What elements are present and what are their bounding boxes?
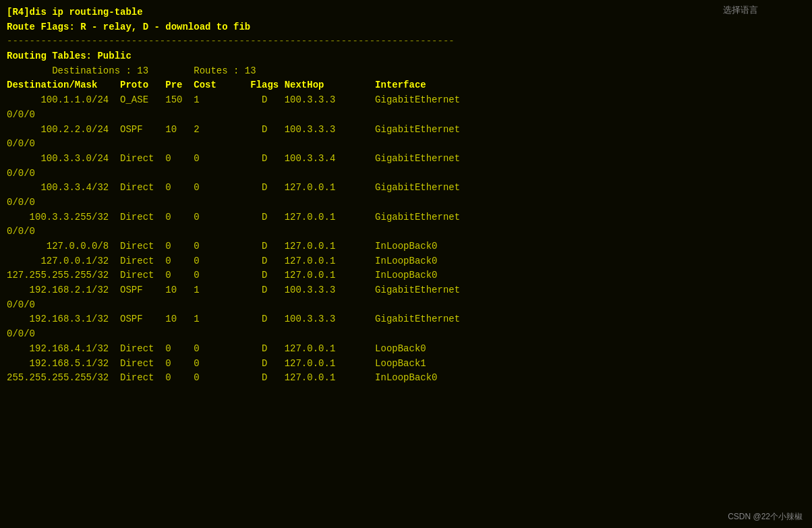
terminal-line: Routing Tables: Public <box>7 49 805 64</box>
watermark-text: CSDN @22个小辣椒 <box>728 511 803 523</box>
terminal-line: 0/0/0 <box>7 298 805 313</box>
terminal-line: 127.0.0.1/32 Direct 0 0 D 127.0.0.1 InLo… <box>7 254 805 269</box>
terminal-line: 0/0/0 <box>7 196 805 210</box>
terminal-line: 0/0/0 <box>7 327 805 342</box>
terminal-line: 100.2.2.0/24 OSPF 10 2 D 100.3.3.3 Gigab… <box>7 123 805 138</box>
terminal-line: 192.168.3.1/32 OSPF 10 1 D 100.3.3.3 Gig… <box>7 312 805 327</box>
terminal-line: 0/0/0 <box>7 108 805 123</box>
terminal-line: 255.255.255.255/32 Direct 0 0 D 127.0.0.… <box>7 371 805 386</box>
terminal-line: Destination/Mask Proto Pre Cost Flags Ne… <box>7 78 805 93</box>
terminal-line: 0/0/0 <box>7 167 805 181</box>
terminal-line: 100.3.3.4/32 Direct 0 0 D 127.0.0.1 Giga… <box>7 181 805 196</box>
language-selector[interactable]: 选择语言 <box>723 4 758 16</box>
terminal-line: 192.168.4.1/32 Direct 0 0 D 127.0.0.1 Lo… <box>7 342 805 357</box>
terminal-line: ----------------------------------------… <box>7 34 805 49</box>
terminal-line: 100.3.3.255/32 Direct 0 0 D 127.0.0.1 Gi… <box>7 210 805 225</box>
terminal-line: 0/0/0 <box>7 137 805 152</box>
terminal-line: 127.255.255.255/32 Direct 0 0 D 127.0.0.… <box>7 268 805 283</box>
terminal-line: 127.0.0.0/8 Direct 0 0 D 127.0.0.1 InLoo… <box>7 239 805 254</box>
terminal-line: 0/0/0 <box>7 225 805 239</box>
terminal-window: 选择语言 [R4]dis ip routing-tableRoute Flags… <box>0 0 812 528</box>
terminal-line: 100.1.1.0/24 O_ASE 150 1 D 100.3.3.3 Gig… <box>7 93 805 108</box>
terminal-line: 100.3.3.0/24 Direct 0 0 D 100.3.3.4 Giga… <box>7 152 805 167</box>
terminal-line: [R4]dis ip routing-table <box>7 5 805 20</box>
terminal-line: 192.168.5.1/32 Direct 0 0 D 127.0.0.1 Lo… <box>7 357 805 372</box>
terminal-line: 192.168.2.1/32 OSPF 10 1 D 100.3.3.3 Gig… <box>7 283 805 298</box>
terminal-line: Route Flags: R - relay, D - download to … <box>7 20 805 35</box>
terminal-line: Destinations : 13 Routes : 13 <box>7 64 805 79</box>
